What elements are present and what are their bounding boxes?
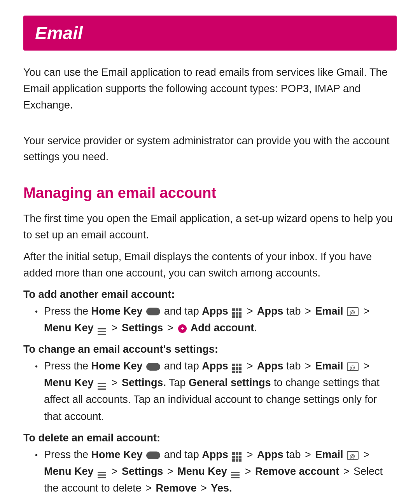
home-key-icon-3 [146,452,160,459]
apps-grid-icon-1 [232,306,242,317]
menu-key-icon-1a [97,324,107,333]
plus-icon-1: + [178,324,187,333]
svg-rect-13 [236,364,238,366]
apps-tab-label-3: Apps [257,449,284,460]
remove-label: Remove [156,482,197,494]
apps-tab-label-2: Apps [257,360,284,372]
menu-key-label-1a: Menu Key [44,322,94,334]
page: Email You can use the Email application … [0,0,420,504]
email-icon-2 [347,362,359,371]
bullet-dot-3: • [35,449,38,461]
page-title: Email [35,23,385,44]
svg-rect-36 [231,472,240,473]
svg-rect-29 [239,456,242,458]
managing-para1: The first time you open the Email applic… [23,211,397,243]
svg-rect-33 [98,472,106,473]
apps-grid-icon-2 [232,362,242,372]
apps-label-2: Apps [202,360,228,372]
svg-rect-37 [231,474,240,476]
svg-rect-17 [239,367,242,370]
settings-label-2: Settings. [122,377,166,388]
email-label-3: Email [315,449,343,460]
svg-rect-14 [239,364,242,366]
bullet-dot-2: • [35,360,38,373]
managing-section: Managing an email account The first time… [23,185,397,497]
svg-rect-19 [236,371,238,373]
svg-rect-16 [236,367,238,370]
menu-key-icon-3a [97,468,107,476]
svg-rect-9 [98,328,106,329]
svg-rect-12 [232,364,235,366]
bullet-content-change: Press the Home Key and tap Apps [44,358,397,425]
managing-heading: Managing an email account [23,185,397,201]
yes-label: Yes. [211,482,232,494]
email-label-1: Email [315,305,343,317]
header-banner: Email [23,16,397,51]
bullet-delete-account: • Press the Home Key and tap Apps [35,446,397,497]
svg-rect-8 [239,315,242,318]
svg-rect-18 [232,371,235,373]
svg-rect-5 [239,312,242,315]
bullet-content-delete: Press the Home Key and tap Apps [44,446,397,497]
remove-account-label: Remove account [255,466,339,477]
menu-key-label-3a: Menu Key [44,466,94,477]
svg-rect-10 [98,331,106,332]
menu-key-icon-2a [97,379,107,388]
svg-rect-4 [236,312,238,315]
email-icon-3 [347,451,359,460]
svg-rect-0 [232,308,235,311]
apps-label-1: Apps [202,305,228,317]
apps-grid-icon-3 [232,450,242,460]
managing-para2: After the initial setup, Email displays … [23,249,397,282]
svg-rect-23 [98,388,106,390]
svg-rect-38 [231,477,240,478]
svg-rect-30 [232,459,235,462]
svg-rect-35 [98,477,106,478]
svg-rect-11 [98,334,106,335]
home-key-icon-1 [146,308,160,315]
home-key-icon-2 [146,363,160,371]
svg-rect-21 [98,383,106,384]
svg-rect-7 [236,315,238,318]
home-key-label-3: Home Key [91,449,143,460]
svg-rect-27 [232,456,235,458]
svg-rect-25 [236,452,238,455]
settings-label-3: Settings [122,466,163,477]
intro-text-1: You can use the Email application to rea… [23,65,397,114]
add-account-label: Add account. [191,322,257,334]
menu-key-icon-3b [231,468,240,476]
bullet-dot-1: • [35,305,38,318]
svg-rect-6 [232,315,235,318]
home-key-label-1: Home Key [91,305,143,317]
apps-tab-label-1: Apps [257,305,284,317]
menu-key-label-2a: Menu Key [44,377,94,388]
sub-heading-change: To change an email account's settings: [23,343,397,355]
svg-rect-1 [236,308,238,311]
intro-section: You can use the Email application to rea… [23,65,397,165]
svg-rect-32 [239,459,242,462]
sub-heading-delete: To delete an email account: [23,432,397,444]
bullet-change-account: • Press the Home Key and tap Apps [35,358,397,425]
bullet-content-add: Press the Home Key and tap Apps [44,303,397,336]
svg-rect-2 [239,308,242,311]
apps-label-3: Apps [202,449,228,460]
svg-rect-31 [236,459,238,462]
email-label-2: Email [315,360,343,372]
svg-rect-34 [98,474,106,476]
sub-heading-add: To add another email account: [23,289,397,301]
general-settings-label: General settings [189,377,271,388]
menu-key-label-3b: Menu Key [177,466,227,477]
svg-rect-24 [232,452,235,455]
svg-rect-22 [98,386,106,387]
svg-rect-26 [239,452,242,455]
svg-rect-28 [236,456,238,458]
intro-text-2: Your service provider or system administ… [23,133,397,166]
svg-rect-20 [239,371,242,373]
settings-label-1: Settings [122,322,163,334]
svg-rect-15 [232,367,235,370]
svg-rect-3 [232,312,235,315]
home-key-label-2: Home Key [91,360,143,372]
bullet-add-account: • Press the Home Key and tap Apps [35,303,397,336]
email-icon-1 [347,307,359,316]
